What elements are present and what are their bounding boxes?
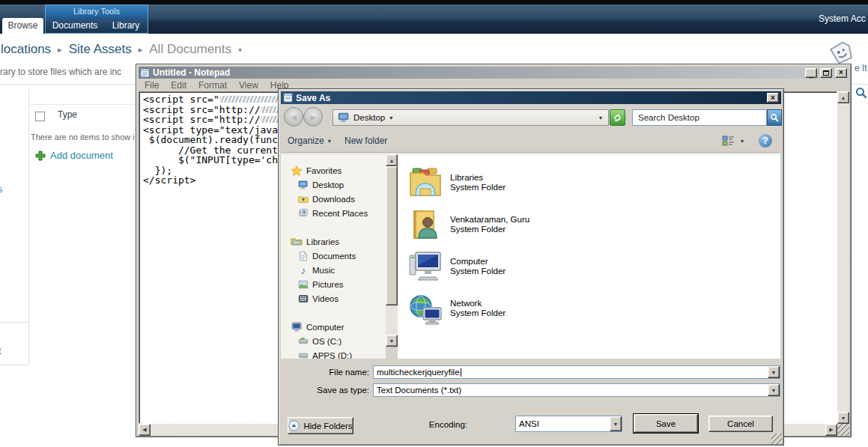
search-icon[interactable] <box>855 87 867 99</box>
new-folder-button[interactable]: New folder <box>345 136 387 146</box>
dialog-close-icon[interactable]: × <box>767 93 779 103</box>
dialog-title: Save As <box>296 93 764 103</box>
sidebar-link-fragment[interactable]: s <box>0 184 2 195</box>
file-item-computer[interactable]: Computer System Folder <box>398 246 780 288</box>
breadcrumb-library-link[interactable]: Site Assets <box>69 42 132 57</box>
toolbar-divider <box>281 153 781 153</box>
network-globe-icon <box>408 291 443 326</box>
cancel-button[interactable]: Cancel <box>708 416 773 432</box>
scroll-up-icon[interactable]: ▲ <box>386 154 398 166</box>
views-button[interactable]: ▾ <box>722 135 744 147</box>
help-icon[interactable]: ? <box>759 134 772 148</box>
chevron-down-icon: ▾ <box>389 115 392 121</box>
text-cursor <box>461 368 461 377</box>
nav-documents[interactable]: Documents <box>281 249 386 263</box>
breadcrumb-chevron-icon: ▸ <box>139 45 143 55</box>
disk-drive-icon <box>298 350 309 359</box>
add-document-label: Add document <box>50 150 113 161</box>
search-go-button[interactable] <box>767 109 782 126</box>
nav-desktop[interactable]: Desktop <box>281 177 386 192</box>
nav-pictures[interactable]: Pictures <box>281 277 386 291</box>
address-history-dropdown-icon[interactable]: ▾ <box>599 115 602 121</box>
save-type-select[interactable]: Text Documents (*.txt) ▼ <box>373 383 780 397</box>
chevron-down-icon[interactable]: ▼ <box>610 416 622 431</box>
address-bar[interactable]: Desktop ▾ ▾ <box>333 109 609 126</box>
library-tools-group: Library Tools Documents Library <box>45 4 148 34</box>
music-note-icon: ♪ <box>298 265 309 276</box>
dialog-title-bar[interactable]: Save As × <box>281 91 781 104</box>
chevron-down-icon[interactable]: ▼ <box>768 366 780 378</box>
notepad-vertical-scrollbar[interactable]: ▲ ▼ <box>837 91 849 424</box>
nav-recent-places[interactable]: Recent Places <box>281 206 386 220</box>
library-description: rary to store files which are inc <box>0 67 121 77</box>
breadcrumb-chevron-icon: ▸ <box>58 45 62 55</box>
scroll-down-icon[interactable]: ▼ <box>386 335 398 347</box>
nav-os-c[interactable]: OS (C:) <box>281 334 386 348</box>
nav-downloads[interactable]: Downloads <box>281 192 386 206</box>
save-button[interactable]: Save <box>634 414 698 433</box>
file-name: Libraries <box>450 173 506 183</box>
like-it-label-fragment: e It <box>855 63 867 73</box>
refresh-icon <box>613 113 622 123</box>
notepad-resize-grip[interactable] <box>837 424 849 436</box>
select-all-checkbox[interactable] <box>35 112 45 121</box>
file-name-input[interactable]: multicheckerjqueryfile ▼ <box>373 365 780 379</box>
close-icon[interactable]: × <box>835 68 847 78</box>
sidebar-border <box>28 88 29 365</box>
picture-icon <box>298 279 309 290</box>
file-name: Network <box>450 299 506 308</box>
sidebar-link-fragment[interactable]: t <box>0 346 1 356</box>
tab-library[interactable]: Library <box>104 18 148 33</box>
menu-view[interactable]: View <box>233 80 264 91</box>
menu-file[interactable]: File <box>139 80 165 91</box>
file-list: Libraries System Folder Venkataraman, Gu… <box>398 154 780 359</box>
scroll-right-icon[interactable]: ▶ <box>825 424 837 436</box>
nav-videos[interactable]: Videos <box>281 291 386 305</box>
add-plus-icon <box>35 150 46 161</box>
breadcrumb: locations ▸ Site Assets ▸ All Documents … <box>1 42 242 57</box>
scroll-up-icon[interactable]: ▲ <box>837 91 849 103</box>
file-item-libraries[interactable]: Libraries System Folder <box>398 162 780 204</box>
file-name-label: File name: <box>287 368 369 377</box>
scroll-left-icon[interactable]: ◀ <box>139 424 151 436</box>
breadcrumb-view-dropdown[interactable]: All Documents <box>149 42 231 57</box>
chevron-down-icon: ▾ <box>238 46 242 54</box>
notepad-title-bar[interactable]: Untitled - Notepad _ × <box>139 67 849 79</box>
menu-format[interactable]: Format <box>192 80 233 91</box>
dialog-resize-grip[interactable] <box>771 434 782 444</box>
organize-menu[interactable]: Organize ▾ <box>288 136 331 146</box>
navigation-scrollbar[interactable]: ▲ ▼ <box>386 154 398 359</box>
maximize-button[interactable] <box>820 68 832 78</box>
column-header-type[interactable]: Type <box>58 109 77 120</box>
libraries-icon <box>291 236 303 248</box>
computer-large-icon <box>408 249 443 284</box>
file-item-user-folder[interactable]: Venkataraman, Guru System Folder <box>398 204 780 246</box>
star-icon <box>291 165 303 177</box>
encoding-select[interactable]: ANSI ▼ <box>515 416 622 432</box>
forward-button[interactable]: ▶ <box>303 107 323 127</box>
hide-folders-button[interactable]: Hide Folders <box>288 417 353 434</box>
refresh-button[interactable] <box>610 109 625 126</box>
search-icon <box>770 113 779 122</box>
search-input[interactable]: Search Desktop <box>632 109 767 126</box>
minimize-button[interactable]: _ <box>805 68 817 78</box>
like-it-tag-icon[interactable] <box>826 37 856 67</box>
menu-edit[interactable]: Edit <box>165 80 192 91</box>
breadcrumb-parent-link[interactable]: locations <box>1 42 51 57</box>
nav-apps-d[interactable]: APPS (D:) <box>281 348 386 359</box>
tab-documents[interactable]: Documents <box>46 18 104 33</box>
back-button[interactable]: ◀ <box>284 107 303 127</box>
disk-drive-icon <box>298 336 309 347</box>
chevron-down-icon[interactable]: ▼ <box>768 384 780 396</box>
notepad-title: Untitled - Notepad <box>153 67 802 78</box>
scroll-down-icon[interactable]: ▼ <box>837 412 849 424</box>
nav-music[interactable]: ♪ Music <box>281 263 386 277</box>
nav-libraries[interactable]: Libraries <box>281 234 386 249</box>
tab-browse[interactable]: Browse <box>2 18 43 34</box>
scrollbar-thumb[interactable] <box>386 166 398 305</box>
file-item-network[interactable]: Network System Folder <box>398 288 780 329</box>
system-account-menu[interactable]: System Acc <box>819 13 866 24</box>
nav-favorites[interactable]: Favorites <box>281 163 386 177</box>
nav-computer[interactable]: Computer <box>281 320 386 334</box>
add-document-link[interactable]: Add document <box>35 150 113 161</box>
